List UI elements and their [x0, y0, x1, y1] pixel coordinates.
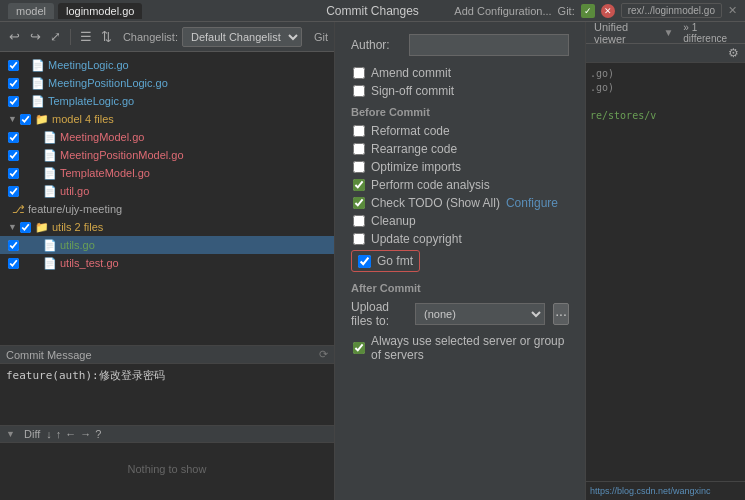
filename: util.go [60, 185, 89, 197]
file-checkbox[interactable] [20, 222, 31, 233]
git-check-button[interactable]: ✓ [581, 4, 595, 18]
check-todo-row: Check TODO (Show All) Configure [351, 196, 569, 210]
file-icon: 📄 [43, 239, 57, 252]
cleanup-row: Cleanup [351, 214, 569, 228]
rearrange-code-checkbox[interactable] [353, 143, 365, 155]
list-item[interactable]: 📄 MeetingPositionModel.go [0, 146, 334, 164]
file-checkbox[interactable] [8, 78, 19, 89]
author-input[interactable] [409, 34, 569, 56]
git-tab-label[interactable]: Git [314, 31, 328, 43]
undo-button[interactable]: ↩ [6, 28, 23, 46]
file-checkbox[interactable] [8, 258, 19, 269]
filename: utils.go [60, 239, 95, 251]
filename: MeetingLogic.go [48, 59, 129, 71]
list-item[interactable]: 📄 utils_test.go [0, 254, 334, 272]
cleanup-checkbox[interactable] [353, 215, 365, 227]
file-checkbox[interactable] [8, 186, 19, 197]
list-item[interactable]: 📄 TemplateLogic.go [0, 92, 334, 110]
far-right-tab-label[interactable]: rex/../loginmodel.go [621, 3, 722, 18]
check-todo-checkbox[interactable] [353, 197, 365, 209]
diff-line [590, 95, 741, 109]
gear-icon[interactable]: ⚙ [728, 46, 739, 60]
folder-icon: 📁 [35, 221, 49, 234]
redo-button[interactable]: ↪ [27, 28, 44, 46]
go-fmt-label: Go fmt [377, 254, 413, 268]
file-checkbox[interactable] [20, 114, 31, 125]
list-item[interactable]: ⎇ feature/ujy-meeting [0, 200, 334, 218]
git-label: Git: [558, 5, 575, 17]
list-item[interactable]: 📄 util.go [0, 182, 334, 200]
commit-message-input[interactable]: feature(auth):修改登录密码 [0, 364, 334, 419]
upload-row: Upload files to: (none) ··· [351, 300, 569, 328]
top-right-controls: Add Configuration... Git: ✓ ✕ rex/../log… [454, 3, 737, 18]
tab-loginmodel[interactable]: loginmodel.go [58, 3, 143, 19]
diff-up-button[interactable]: ↑ [56, 428, 62, 440]
expand-button[interactable]: ⤢ [48, 28, 65, 46]
list-view-button[interactable]: ☰ [77, 28, 94, 46]
list-item[interactable]: 📄 utils.go [0, 236, 334, 254]
toolbar: ↩ ↪ ⤢ ☰ ⇅ Changelist: Default Changelist… [0, 22, 334, 52]
list-item[interactable]: ▼ 📁 model 4 files [0, 110, 334, 128]
branch-name: feature/ujy-meeting [28, 203, 122, 215]
commit-dialog: Author: Amend commit Sign-off commit Bef… [335, 22, 585, 378]
amend-commit-checkbox[interactable] [353, 67, 365, 79]
list-item[interactable]: 📄 TemplateModel.go [0, 164, 334, 182]
diff-toolbar: ↓ ↑ ← → ? [46, 428, 101, 440]
commit-header: Commit Message ⟳ [0, 346, 334, 364]
list-item[interactable]: 📄 MeetingPositionLogic.go [0, 74, 334, 92]
perform-code-analysis-checkbox[interactable] [353, 179, 365, 191]
filename: TemplateLogic.go [48, 95, 134, 107]
reformat-code-checkbox[interactable] [353, 125, 365, 137]
cleanup-label: Cleanup [371, 214, 416, 228]
commit-message-label: Commit Message [6, 349, 92, 361]
optimize-imports-checkbox[interactable] [353, 161, 365, 173]
list-item[interactable]: 📄 MeetingLogic.go [0, 56, 334, 74]
file-checkbox[interactable] [8, 60, 19, 71]
filename: MeetingPositionModel.go [60, 149, 184, 161]
viewer-dropdown-icon[interactable]: ▼ [663, 27, 673, 38]
go-fmt-row: Go fmt [351, 250, 420, 272]
update-copyright-row: Update copyright [351, 232, 569, 246]
configure-link[interactable]: Configure [506, 196, 558, 210]
diff-left-button[interactable]: ← [65, 428, 76, 440]
list-item[interactable]: 📄 MeetingModel.go [0, 128, 334, 146]
reformat-code-label: Reformat code [371, 124, 450, 138]
file-checkbox[interactable] [8, 168, 19, 179]
file-icon: 📄 [31, 77, 45, 90]
file-checkbox[interactable] [8, 132, 19, 143]
tab-loginmodel-label: loginmodel.go [66, 5, 135, 17]
always-use-server-row: Always use selected server or group of s… [351, 334, 569, 362]
commit-refresh-icon[interactable]: ⟳ [319, 348, 328, 361]
amend-commit-row: Amend commit [351, 66, 569, 80]
changelist-select[interactable]: Default Changelist [182, 27, 302, 47]
signoff-commit-checkbox[interactable] [353, 85, 365, 97]
diff-label: Diff [24, 428, 40, 440]
file-icon: 📄 [43, 185, 57, 198]
file-checkbox[interactable] [8, 96, 19, 107]
close-tab-icon[interactable]: ✕ [728, 4, 737, 17]
file-icon: 📄 [43, 149, 57, 162]
file-checkbox[interactable] [8, 150, 19, 161]
sort-button[interactable]: ⇅ [98, 28, 115, 46]
go-fmt-checkbox[interactable] [358, 255, 371, 268]
always-use-server-checkbox[interactable] [353, 342, 365, 354]
branch-icon: ⎇ [12, 203, 25, 216]
file-tree: 📄 MeetingLogic.go 📄 MeetingPositionLogic… [0, 52, 334, 345]
upload-more-button[interactable]: ··· [553, 303, 569, 325]
update-copyright-checkbox[interactable] [353, 233, 365, 245]
filename: MeetingPositionLogic.go [48, 77, 168, 89]
tab-model[interactable]: model [8, 3, 54, 19]
before-commit-title: Before Commit [351, 106, 569, 118]
git-close-button[interactable]: ✕ [601, 4, 615, 18]
diff-content: Nothing to show [0, 457, 334, 481]
diff-down-button[interactable]: ↓ [46, 428, 52, 440]
diff-right-button[interactable]: → [80, 428, 91, 440]
diff-line: .go) [590, 67, 741, 81]
diff-line: .go) [590, 81, 741, 95]
upload-select[interactable]: (none) [415, 303, 545, 325]
diff-help-button[interactable]: ? [95, 428, 101, 440]
file-icon: 📄 [43, 257, 57, 270]
always-use-server-label: Always use selected server or group of s… [371, 334, 569, 362]
file-checkbox[interactable] [8, 240, 19, 251]
list-item[interactable]: ▼ 📁 utils 2 files [0, 218, 334, 236]
